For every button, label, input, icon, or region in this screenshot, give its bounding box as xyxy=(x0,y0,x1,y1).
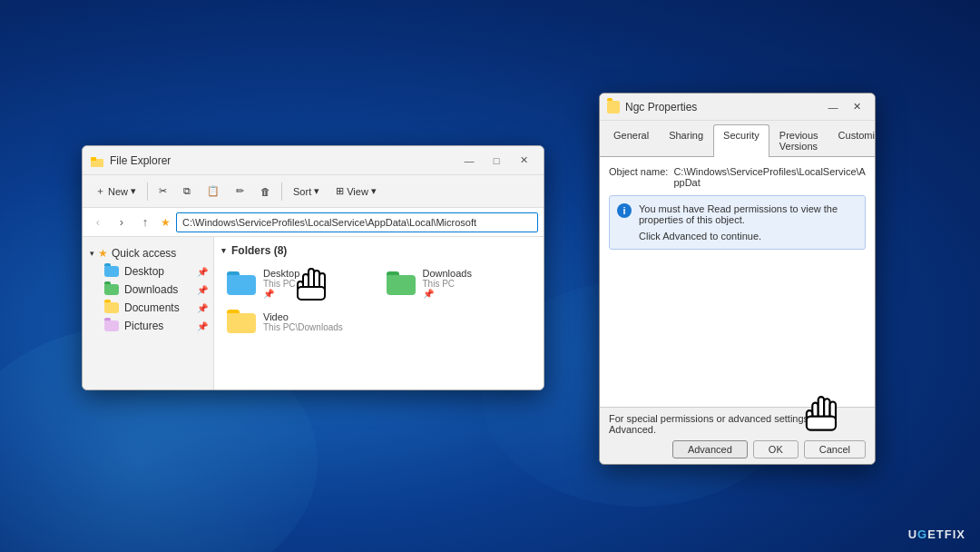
file-item-desktop[interactable]: Desktop This PC 📌 xyxy=(221,264,377,302)
sidebar: ▾ ★ Quick access Desktop 📌 Downloads 📌 D… xyxy=(83,237,214,389)
expand-icon: ▾ xyxy=(90,249,94,258)
explorer-body: ▾ ★ Quick access Desktop 📌 Downloads 📌 D… xyxy=(83,237,544,389)
file-item-downloads[interactable]: Downloads This PC 📌 xyxy=(381,264,537,302)
folders-section-header[interactable]: ▾ Folders (8) xyxy=(221,241,536,261)
footer-text: For special permissions or advanced sett… xyxy=(609,413,866,435)
copy-button[interactable]: ⧉ xyxy=(176,179,198,204)
object-name-row: Object name: C:\Windows\ServiceProfiles\… xyxy=(609,166,866,188)
file-area: ▾ Folders (8) Desktop This PC 📌 xyxy=(214,237,544,389)
cancel-button[interactable]: Cancel xyxy=(804,440,866,458)
downloads-folder-body xyxy=(387,275,416,295)
watermark-rest: ETFIX xyxy=(927,527,965,541)
watermark-g: G xyxy=(917,527,927,541)
toolbar-sep-2 xyxy=(281,182,282,201)
explorer-minimize-btn[interactable]: — xyxy=(456,152,482,170)
tab-sharing[interactable]: Sharing xyxy=(659,124,713,156)
sidebar-item-documents[interactable]: Documents 📌 xyxy=(83,299,213,317)
folders-expand-icon: ▾ xyxy=(221,246,226,255)
new-button[interactable]: ＋ New ▾ xyxy=(88,179,143,204)
back-button[interactable]: ‹ xyxy=(88,212,108,232)
toolbar-sep-1 xyxy=(147,182,148,201)
dialog-close-btn[interactable]: ✕ xyxy=(846,98,867,116)
explorer-maximize-btn[interactable]: □ xyxy=(484,152,509,170)
copy-icon: ⧉ xyxy=(183,185,191,197)
address-input[interactable] xyxy=(176,212,538,232)
sort-button[interactable]: Sort ▾ xyxy=(286,179,327,204)
view-icon: ⊞ xyxy=(336,185,344,197)
downloads-item-info: Downloads This PC 📌 xyxy=(423,268,472,299)
delete-icon: 🗑 xyxy=(260,186,270,197)
sidebar-item-pictures[interactable]: Pictures 📌 xyxy=(83,317,213,335)
advanced-button[interactable]: Advanced xyxy=(672,440,748,458)
ok-button[interactable]: OK xyxy=(753,440,799,458)
dialog-body: Object name: C:\Windows\ServiceProfiles\… xyxy=(600,157,875,407)
dialog-title: Ngc Properties xyxy=(625,101,817,113)
sidebar-item-downloads[interactable]: Downloads 📌 xyxy=(83,281,213,299)
quick-access-section: ▾ ★ Quick access Desktop 📌 Downloads 📌 D… xyxy=(83,242,213,337)
pin-icon-documents: 📌 xyxy=(197,303,208,313)
forward-button[interactable]: › xyxy=(112,212,132,232)
new-chevron: ▾ xyxy=(131,185,136,197)
video-folder-body xyxy=(227,313,256,333)
cut-button[interactable]: ✂ xyxy=(152,179,174,204)
desktop-item-info: Desktop This PC 📌 xyxy=(263,268,299,299)
view-chevron: ▾ xyxy=(371,185,377,197)
info-text: You must have Read permissions to view t… xyxy=(639,203,858,242)
pin-icon-pictures: 📌 xyxy=(197,321,208,331)
dialog-buttons: Advanced OK Cancel xyxy=(609,440,866,458)
star-icon: ★ xyxy=(98,247,108,260)
tab-previous-versions[interactable]: Previous Versions xyxy=(769,124,828,156)
dialog-folder-icon xyxy=(607,101,620,113)
dialog-titlebar: Ngc Properties — ✕ xyxy=(600,94,875,121)
explorer-titlebar: File Explorer — □ ✕ xyxy=(83,146,544,175)
dialog-footer: For special permissions or advanced sett… xyxy=(600,407,875,464)
dialog-minimize-btn[interactable]: — xyxy=(822,98,844,116)
explorer-window-controls: — □ ✕ xyxy=(456,152,536,170)
address-bar: ‹ › ↑ ★ xyxy=(83,208,544,237)
tab-security[interactable]: Security xyxy=(713,124,769,157)
desktop-label: Desktop xyxy=(124,265,164,278)
view-button[interactable]: ⊞ View ▾ xyxy=(328,179,384,204)
downloads-item-path: This PC xyxy=(423,279,472,289)
explorer-toolbar: ＋ New ▾ ✂ ⧉ 📋 ✏ 🗑 Sort ▾ ⊞ View ▾ xyxy=(83,175,544,208)
folders-label: Folders (8) xyxy=(231,244,287,257)
sidebar-item-desktop[interactable]: Desktop 📌 xyxy=(83,262,213,281)
dialog-controls: — ✕ xyxy=(822,98,867,116)
watermark-u: U xyxy=(908,527,917,541)
rename-button[interactable]: ✏ xyxy=(229,179,251,204)
video-large-icon xyxy=(227,310,256,333)
object-label: Object name: xyxy=(609,166,668,177)
video-item-info: Video This PC\Downloads xyxy=(263,311,343,332)
downloads-item-pin: 📌 xyxy=(423,289,472,299)
dialog-spacer xyxy=(609,257,866,398)
delete-button[interactable]: 🗑 xyxy=(253,179,278,204)
explorer-title-text: File Explorer xyxy=(110,154,451,167)
documents-folder-icon xyxy=(104,302,119,313)
documents-label: Documents xyxy=(124,301,180,314)
downloads-folder-icon xyxy=(104,284,119,295)
up-button[interactable]: ↑ xyxy=(135,212,155,232)
desktop-item-path: This PC xyxy=(263,279,299,289)
pictures-label: Pictures xyxy=(124,320,163,332)
pin-icon-downloads: 📌 xyxy=(197,285,208,295)
video-item-name: Video xyxy=(263,311,343,322)
paste-button[interactable]: 📋 xyxy=(200,179,227,204)
watermark: UGETFIX xyxy=(908,527,965,541)
downloads-label: Downloads xyxy=(124,283,178,296)
new-icon: ＋ xyxy=(95,184,105,198)
desktop-folder-icon xyxy=(104,266,119,277)
tab-customize[interactable]: Customize xyxy=(828,124,876,156)
info-box: i You must have Read permissions to view… xyxy=(609,195,866,250)
paste-icon: 📋 xyxy=(207,185,220,197)
file-item-video[interactable]: Video This PC\Downloads xyxy=(221,306,377,337)
file-explorer-window: File Explorer — □ ✕ ＋ New ▾ ✂ ⧉ 📋 ✏ 🗑 xyxy=(82,145,544,390)
downloads-large-icon xyxy=(387,271,416,295)
quick-access-label: Quick access xyxy=(112,247,176,260)
tab-general[interactable]: General xyxy=(603,124,659,156)
explorer-close-btn[interactable]: ✕ xyxy=(511,152,536,170)
desktop-folder-body xyxy=(227,275,256,295)
object-value: C:\Windows\ServiceProfiles\LocalService\… xyxy=(673,166,866,188)
explorer-title-icon xyxy=(90,153,104,168)
downloads-item-name: Downloads xyxy=(423,268,472,279)
quick-access-header[interactable]: ▾ ★ Quick access xyxy=(83,244,213,262)
